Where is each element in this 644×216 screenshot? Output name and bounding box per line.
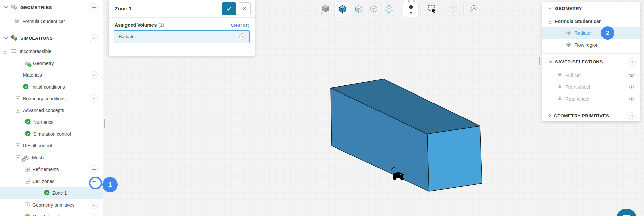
- geometry-tree-panel: GEOMETRY Formula Student car Radiator Fl…: [542, 2, 640, 122]
- status-check-icon: [23, 84, 29, 90]
- tree-item-label: Geometry: [33, 61, 54, 66]
- remove-volume-button[interactable]: [239, 33, 246, 40]
- chevron-down-icon[interactable]: [548, 7, 552, 10]
- expand-toggle[interactable]: [16, 108, 20, 113]
- chevron-down-icon[interactable]: [548, 60, 552, 63]
- box-select-button[interactable]: [426, 2, 439, 16]
- collapse-toggle[interactable]: [3, 49, 7, 54]
- tree-item-simulation-runs[interactable]: Simulation Runs: [0, 211, 103, 216]
- chevron-down-icon[interactable]: [4, 37, 8, 39]
- simulations-cubes-icon: [11, 34, 18, 42]
- expand-toggle[interactable]: [16, 143, 20, 148]
- status-check-icon: [25, 131, 31, 137]
- section-geometries[interactable]: GEOMETRIES: [0, 2, 103, 13]
- tree-item-flow-region[interactable]: Flow region: [542, 39, 640, 51]
- tree-item-formula-student-car[interactable]: Formula Student car: [0, 16, 103, 27]
- tree-item-formula-student-car[interactable]: Formula Student car: [542, 16, 640, 27]
- expand-toggle[interactable]: [25, 202, 30, 207]
- section-divider: [0, 30, 103, 30]
- tree-item-advanced-concepts[interactable]: Advanced concepts: [0, 105, 103, 116]
- clear-list-link[interactable]: Clear list: [231, 23, 249, 28]
- probe-point-button[interactable]: BETA: [403, 1, 419, 17]
- chevron-down-icon[interactable]: [4, 6, 8, 9]
- box-select-icon: [428, 4, 437, 14]
- measure-button[interactable]: [467, 2, 480, 16]
- section-simulations[interactable]: SIMULATIONS: [0, 32, 103, 44]
- dialog-title: Zone 1: [115, 6, 222, 12]
- tree-item-label: Cell zones: [32, 179, 54, 184]
- tree-item-simulation-control[interactable]: Simulation control: [0, 128, 103, 140]
- toolbar-separator: [443, 4, 443, 14]
- tree-item-radiator[interactable]: Radiator: [542, 27, 640, 39]
- tree-item-result-control[interactable]: Result control: [0, 140, 103, 152]
- status-check-icon: [25, 119, 31, 126]
- add-saved-selection-button[interactable]: [628, 58, 636, 66]
- add-refinement-button[interactable]: [90, 165, 98, 173]
- incompressible-icon: [10, 48, 17, 55]
- expand-toggle[interactable]: [16, 73, 20, 77]
- tree-item-geometry[interactable]: Geometry: [0, 58, 103, 69]
- add-geometry-primitive-button[interactable]: [628, 112, 636, 120]
- confirm-button[interactable]: [222, 2, 236, 15]
- view-cube-button[interactable]: [319, 2, 333, 16]
- tree-item-geometry-primitives[interactable]: Geometry primitives: [0, 199, 103, 211]
- select-edge-button[interactable]: [367, 2, 381, 16]
- view-cube-icon: [321, 4, 331, 14]
- mesh-quality-button[interactable]: [446, 2, 460, 16]
- tree-item-cell-zones[interactable]: Cell zones: [0, 176, 103, 187]
- chevron-right-icon[interactable]: [548, 114, 551, 118]
- layers-icon: [557, 72, 563, 79]
- visibility-eye-icon[interactable]: [628, 97, 635, 101]
- tree-item-zone-1[interactable]: Zone 1: [0, 187, 103, 199]
- saved-selection-front-wheel[interactable]: Front wheel: [542, 81, 640, 93]
- add-geometry-primitive-button[interactable]: [90, 201, 98, 209]
- sidebar-resize-handle[interactable]: [104, 119, 105, 128]
- select-volume-button[interactable]: [334, 1, 350, 17]
- visibility-eye-icon[interactable]: [628, 73, 635, 77]
- add-material-button[interactable]: [90, 71, 98, 79]
- add-boundary-condition-button[interactable]: [90, 94, 98, 103]
- add-geometry-button[interactable]: [90, 3, 98, 11]
- select-volume-icon: [337, 4, 347, 14]
- section-label: SAVED SELECTIONS: [555, 59, 603, 64]
- section-label: GEOMETRY PRIMITIVES: [554, 113, 609, 118]
- tree-item-label: Simulation control: [33, 131, 71, 137]
- cube-icon: [13, 18, 20, 25]
- section-saved-selections[interactable]: SAVED SELECTIONS: [542, 56, 640, 68]
- section-geometry-primitives[interactable]: GEOMETRY PRIMITIVES: [542, 110, 640, 122]
- expand-toggle[interactable]: [16, 85, 20, 89]
- mesh-quality-icon: [448, 4, 458, 14]
- saved-selection-rear-wheel[interactable]: Rear wheel: [542, 93, 640, 105]
- status-check-icon: [44, 190, 50, 196]
- visibility-eye-icon[interactable]: [628, 85, 635, 89]
- assigned-volume-chip[interactable]: Radiator: [114, 30, 250, 43]
- saved-selection-label: Rear wheel: [565, 96, 589, 102]
- toolbar-separator: [463, 4, 464, 14]
- add-simulation-button[interactable]: [90, 34, 98, 42]
- chip-label: Radiator: [119, 34, 136, 39]
- right-panel-resize-handle[interactable]: [539, 57, 540, 65]
- expand-toggle[interactable]: [16, 96, 20, 101]
- select-face-button[interactable]: [352, 2, 365, 16]
- tree-item-refinements[interactable]: Refinements: [0, 164, 103, 175]
- cube-icon: [566, 30, 571, 36]
- tree-item-label: Result control: [23, 143, 52, 148]
- section-geometry[interactable]: GEOMETRY: [542, 3, 640, 14]
- probe-point-icon: [407, 4, 415, 14]
- tree-item-mesh[interactable]: Mesh: [0, 152, 103, 163]
- tree-item-label: Refinements: [32, 167, 59, 172]
- add-run-button[interactable]: [90, 213, 98, 216]
- saved-selection-full-car[interactable]: Full car: [542, 70, 640, 81]
- collapse-toggle[interactable]: [25, 179, 30, 184]
- close-button[interactable]: [238, 2, 251, 15]
- tree-item-initial-conditions[interactable]: Initial conditions: [0, 81, 103, 93]
- tree-item-boundary-conditions[interactable]: Boundary conditions: [0, 93, 103, 104]
- beta-badge: BETA: [404, 0, 418, 3]
- select-vertex-button[interactable]: [382, 2, 396, 16]
- expand-toggle[interactable]: [25, 167, 30, 172]
- collapse-toggle[interactable]: [548, 19, 552, 24]
- tree-item-materials[interactable]: Materials: [0, 69, 103, 81]
- tree-item-incompressible[interactable]: Incompressible: [0, 46, 103, 57]
- tree-item-numerics[interactable]: Numerics: [0, 116, 103, 128]
- collapse-toggle[interactable]: [16, 155, 20, 160]
